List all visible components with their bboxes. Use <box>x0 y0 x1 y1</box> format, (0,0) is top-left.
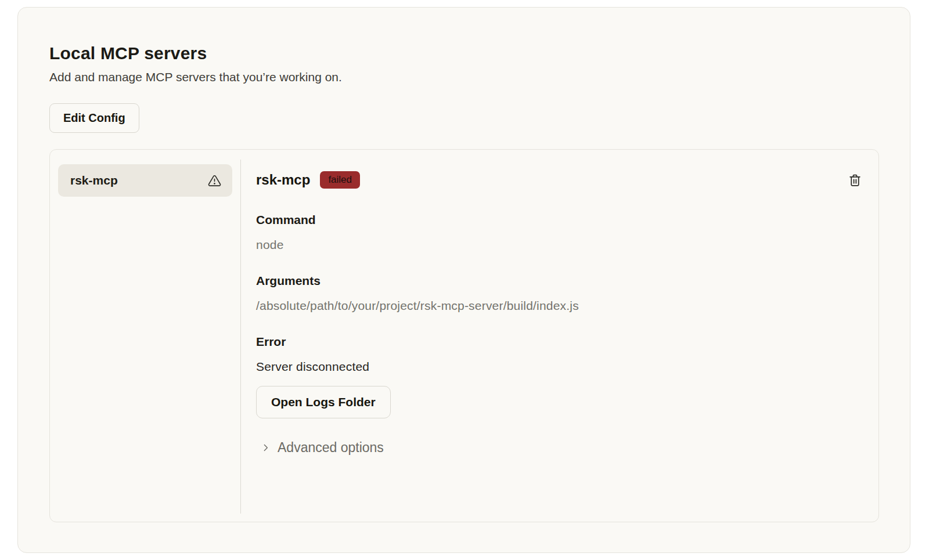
arguments-value: /absolute/path/to/your/project/rsk-mcp-s… <box>256 299 862 313</box>
trash-icon <box>848 173 862 187</box>
arguments-label: Arguments <box>256 274 862 288</box>
error-label: Error <box>256 335 862 349</box>
open-logs-folder-button[interactable]: Open Logs Folder <box>256 386 391 418</box>
detail-header: rsk-mcp failed <box>256 171 862 189</box>
page-subtitle: Add and manage MCP servers that you’re w… <box>49 70 878 84</box>
warning-icon <box>208 174 221 187</box>
server-card: rsk-mcp rsk-mcp failed <box>49 149 879 522</box>
command-field: Command node <box>256 213 862 252</box>
server-name: rsk-mcp <box>256 172 310 188</box>
error-field: Error Server disconnected <box>256 335 862 374</box>
sidebar-item-label: rsk-mcp <box>70 174 118 187</box>
server-detail-pane: rsk-mcp failed Command <box>241 150 878 522</box>
chevron-right-icon <box>261 443 271 453</box>
error-value: Server disconnected <box>256 360 862 374</box>
local-mcp-servers-panel: Local MCP servers Add and manage MCP ser… <box>17 7 910 553</box>
page-title: Local MCP servers <box>49 44 878 63</box>
advanced-options-label: Advanced options <box>278 440 384 456</box>
sidebar-item-rsk-mcp[interactable]: rsk-mcp <box>58 164 232 197</box>
status-badge: failed <box>320 171 360 189</box>
command-label: Command <box>256 213 862 227</box>
server-list-sidebar: rsk-mcp <box>50 150 240 522</box>
arguments-field: Arguments /absolute/path/to/your/project… <box>256 274 862 313</box>
advanced-options-toggle[interactable]: Advanced options <box>261 440 862 456</box>
delete-server-button[interactable] <box>848 173 862 187</box>
command-value: node <box>256 238 862 252</box>
edit-config-button[interactable]: Edit Config <box>49 103 139 133</box>
